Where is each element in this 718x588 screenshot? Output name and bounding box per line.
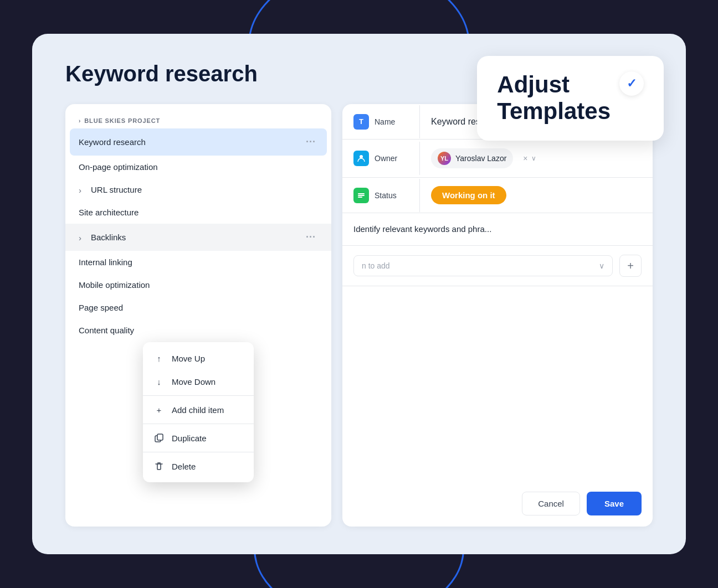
menu-label-move-down: Move Down (172, 377, 216, 386)
menu-label-duplicate: Duplicate (172, 434, 207, 443)
list-item-site-architecture[interactable]: Site architecture (65, 201, 331, 224)
menu-item-move-down[interactable]: ↓ Move Down (143, 370, 254, 393)
person-to-add-row: n to add ∨ + (342, 246, 653, 286)
list-item-url-structure[interactable]: › URL structure (65, 178, 331, 201)
item-label-url-structure: URL structure (91, 185, 318, 194)
move-down-icon: ↓ (154, 376, 164, 386)
owner-label-text: Owner (375, 154, 397, 163)
menu-item-add-child[interactable]: + Add child item (143, 398, 254, 421)
left-panel: › BLUE SKIES PROJECT Keyword research ··… (65, 104, 331, 527)
project-name: BLUE SKIES PROJECT (84, 117, 160, 124)
item-label-on-page: On-page optimization (79, 162, 318, 172)
svg-rect-3 (358, 193, 365, 194)
person-select-placeholder: n to add (362, 261, 390, 270)
person-select-chevron-icon: ∨ (599, 261, 604, 270)
trash-icon (154, 461, 164, 471)
owner-remove-icon[interactable]: × (523, 154, 527, 163)
adjust-check-badge: ✓ (619, 71, 644, 96)
main-container: Adjust Templates ✓ Keyword research › BL… (32, 34, 686, 554)
item-label-page-speed: Page speed (79, 303, 318, 312)
description-row[interactable]: Identify relevant keywords and phra... (342, 213, 653, 246)
owner-pill[interactable]: YL Yaroslav Lazor (431, 148, 513, 168)
item-label-keyword-research: Keyword research (79, 137, 304, 147)
svg-point-2 (360, 155, 363, 158)
form-footer: Cancel Save (342, 481, 653, 527)
list-item-mobile-optimization[interactable]: Mobile optimization (65, 274, 331, 296)
form-row-owner: Owner YL Yaroslav Lazor × ∨ (342, 140, 653, 178)
status-badge[interactable]: Working on it (431, 186, 506, 204)
project-arrow-icon: › (79, 118, 81, 124)
project-label: › BLUE SKIES PROJECT (65, 113, 331, 128)
duplicate-icon (154, 433, 164, 443)
owner-name: Yaroslav Lazor (455, 154, 506, 163)
list-item-internal-linking[interactable]: Internal linking (65, 251, 331, 274)
person-add-button[interactable]: + (619, 255, 642, 277)
owner-avatar: YL (438, 152, 451, 165)
name-field-icon: T (353, 114, 369, 130)
owner-value-cell: YL Yaroslav Lazor × ∨ (420, 140, 653, 177)
menu-item-move-up[interactable]: ↑ Move Up (143, 347, 254, 370)
menu-divider-3 (143, 452, 254, 452)
status-label-text: Status (375, 191, 397, 200)
list-item-page-speed[interactable]: Page speed (65, 296, 331, 319)
owner-field-icon (353, 151, 369, 166)
context-menu: ↑ Move Up ↓ Move Down + Add child item (143, 342, 254, 482)
menu-label-delete: Delete (172, 462, 196, 471)
status-field-icon (353, 188, 369, 203)
svg-rect-5 (358, 197, 362, 198)
add-child-icon: + (154, 405, 164, 415)
save-button[interactable]: Save (587, 492, 642, 515)
item-label-backlinks: Backlinks (91, 233, 304, 242)
checkmark-icon: ✓ (627, 76, 637, 91)
content-area: › BLUE SKIES PROJECT Keyword research ··… (65, 104, 653, 527)
cancel-button[interactable]: Cancel (522, 492, 580, 515)
owner-label-cell: Owner (342, 142, 420, 175)
name-label-text: Name (375, 117, 395, 126)
adjust-templates-card: Adjust Templates ✓ (477, 56, 664, 141)
svg-rect-4 (358, 195, 365, 196)
item-label-content-quality: Content quality (79, 326, 318, 335)
menu-item-delete[interactable]: Delete (143, 455, 254, 478)
list-item-on-page-optimization[interactable]: On-page optimization (65, 156, 331, 178)
form-row-status: Status Working on it (342, 178, 653, 213)
menu-divider-2 (143, 424, 254, 424)
chevron-backlinks-icon: › (79, 233, 88, 242)
description-text: Identify relevant keywords and phra... (353, 224, 491, 234)
list-item-backlinks[interactable]: › Backlinks ··· (65, 224, 331, 251)
menu-item-duplicate[interactable]: Duplicate (143, 426, 254, 450)
menu-label-move-up: Move Up (172, 354, 205, 363)
owner-chevron-icon[interactable]: ∨ (531, 154, 536, 162)
menu-label-add-child: Add child item (172, 405, 224, 415)
item-label-site-architecture: Site architecture (79, 208, 318, 217)
owner-controls: × ∨ (523, 154, 536, 163)
item-label-mobile-optimization: Mobile optimization (79, 280, 318, 290)
item-label-internal-linking: Internal linking (79, 257, 318, 267)
right-panel: T Name Keyword research (342, 104, 653, 527)
status-value-cell[interactable]: Working on it (420, 182, 653, 209)
person-select-dropdown[interactable]: n to add ∨ (353, 255, 613, 276)
status-label-cell: Status (342, 179, 420, 212)
move-up-icon: ↑ (154, 353, 164, 363)
svg-rect-1 (157, 434, 163, 440)
chevron-url-icon: › (79, 185, 88, 194)
item-menu-backlinks[interactable]: ··· (304, 230, 318, 244)
item-menu-keyword-research[interactable]: ··· (304, 135, 318, 149)
list-item-keyword-research[interactable]: Keyword research ··· (70, 128, 327, 156)
adjust-templates-title: Adjust Templates (497, 71, 611, 125)
name-label-cell: T Name (342, 105, 420, 138)
menu-divider-1 (143, 395, 254, 396)
list-item-content-quality[interactable]: Content quality (65, 319, 331, 342)
